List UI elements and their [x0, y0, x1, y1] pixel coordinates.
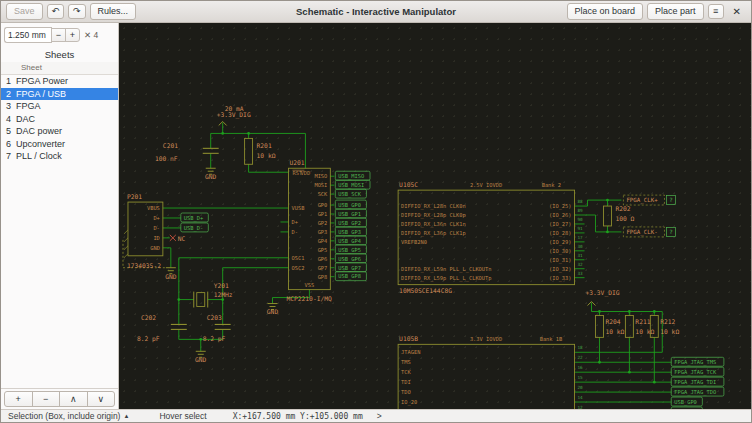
pin-name-text[interactable]: GP1 [318, 211, 328, 217]
pin-number-text[interactable]: 31 [578, 253, 584, 258]
sheet-row[interactable]: 1FPGA Power [1, 75, 118, 88]
pin-number-text[interactable]: 14 [578, 395, 584, 400]
pin-number-text[interactable]: 16 [578, 365, 584, 370]
place-part-button[interactable]: Place part [647, 3, 704, 20]
pin-name-text[interactable]: D+ [153, 215, 159, 221]
pin-number-text[interactable]: 15 [578, 375, 584, 380]
pin-number-text[interactable]: 89 [578, 208, 584, 213]
component-text[interactable]: 12MHz [214, 291, 233, 298]
pin-name-text[interactable]: DIFFIO_RX_L59p PLL_L_CLKOUTp [401, 275, 491, 282]
grid-spacing-decrease-button[interactable]: − [51, 28, 66, 42]
pin-name-text[interactable]: GP4 [318, 238, 328, 244]
pin-number-text[interactable]: 91 [578, 226, 584, 231]
sheet-row[interactable]: 3FPGA [1, 100, 118, 113]
pin-name-text[interactable]: TCK [401, 369, 411, 375]
component-text[interactable]: 8.2 pF [137, 335, 160, 343]
pin-name-text[interactable]: GP8 [318, 274, 328, 280]
pin-name-text[interactable]: D- [291, 229, 297, 235]
pin-name-text[interactable]: VUSB [291, 205, 304, 211]
pin-name-text[interactable]: (IO_31) [549, 257, 572, 264]
resistor-body[interactable] [625, 315, 633, 337]
schematic-canvas[interactable]: USB_MISOUSB_MOSIUSB_SCKUSB_GP0USB_GP1USB… [119, 23, 751, 409]
pin-name-text[interactable]: DIFFIO_RX_L28p CLK0p [401, 212, 466, 219]
pin-name-text[interactable]: GP7 [318, 265, 328, 271]
menu-button[interactable]: ≡ [708, 4, 724, 19]
pin-name-text[interactable]: IO_20 [401, 399, 417, 406]
grid-spacing-increase-button[interactable]: + [65, 28, 80, 42]
component-text[interactable]: R202 [615, 205, 630, 212]
pin-name-text[interactable]: (IO_27) [549, 221, 572, 228]
component-text[interactable]: GND [267, 308, 279, 315]
wire[interactable] [163, 248, 171, 268]
pin-number-text[interactable]: 30 [578, 244, 584, 249]
component-text[interactable]: U105B [399, 335, 418, 342]
pin-name-text[interactable]: (IO_29) [549, 239, 572, 246]
save-button[interactable]: Save [6, 3, 43, 20]
component-text[interactable]: GND [205, 173, 217, 180]
pin-name-text[interactable]: MOSI [314, 182, 327, 188]
pin-number-text[interactable]: 88 [578, 199, 584, 204]
component-text[interactable]: NC [178, 235, 186, 242]
pin-name-text[interactable]: GP3 [318, 229, 328, 235]
wire[interactable] [249, 164, 289, 172]
move-sheet-down-button[interactable]: ∨ [87, 391, 116, 407]
component-text[interactable]: C201 [163, 142, 178, 149]
pin-name-text[interactable]: 2.5V IOVDD [470, 182, 502, 188]
pin-name-text[interactable]: DIFFIO_RX_L36p CLK1p [401, 230, 466, 237]
component-text[interactable]: C203 [207, 314, 222, 321]
component-text[interactable]: +3.3V_DIG [217, 112, 251, 120]
pin-number-text[interactable]: 22 [578, 355, 584, 360]
pin-name-text[interactable]: ID [153, 235, 159, 241]
component-text[interactable]: 10M50SCE144C8G [399, 287, 452, 294]
pin-name-text[interactable]: VBUS [147, 205, 160, 211]
pin-name-text[interactable]: D- [153, 225, 159, 231]
move-sheet-up-button[interactable]: ∧ [59, 391, 88, 407]
pin-name-text[interactable]: TMS [401, 359, 411, 365]
pin-name-text[interactable]: (IO_26) [549, 212, 572, 219]
pin-name-text[interactable]: VREFB2N0 [401, 239, 427, 245]
component-text[interactable]: 10 kΩ [605, 328, 624, 335]
undo-button[interactable]: ↶ [47, 4, 65, 19]
component-text[interactable]: 1734035-2 [127, 262, 161, 269]
pin-name-text[interactable]: D+ [291, 219, 297, 225]
pin-name-text[interactable]: GP6 [318, 256, 328, 262]
symbol-outline-u105b[interactable] [398, 344, 574, 409]
pin-number-text[interactable]: 32 [578, 262, 584, 267]
pin-number-text[interactable]: 33 [578, 271, 584, 276]
pin-name-text[interactable]: OSC1 [291, 255, 304, 261]
remove-sheet-button[interactable]: − [32, 391, 61, 407]
pin-name-text[interactable]: DIFFIO_RX_L36n CLK1n [401, 221, 466, 228]
pin-name-text[interactable]: (IO_25) [549, 203, 572, 210]
pin-name-text[interactable]: GP0 [318, 202, 328, 208]
component-text[interactable]: GND [165, 273, 177, 280]
component-text[interactable]: U201 [289, 159, 304, 166]
pin-name-text[interactable]: Bank 1B [540, 336, 563, 342]
pin-name-text[interactable]: RST [292, 170, 302, 176]
component-text[interactable]: P201 [127, 193, 142, 200]
pin-name-text[interactable]: 3.3V IOVDD [470, 336, 502, 342]
component-text[interactable]: 10 kΩ [257, 152, 276, 159]
pin-number-text[interactable]: 18 [578, 345, 584, 350]
pin-name-text[interactable]: (IO_30) [549, 248, 572, 255]
pin-name-text[interactable]: DIFFIO_RX_L28n CLK0n [401, 203, 466, 210]
pin-name-text[interactable]: Bank 2 [542, 182, 561, 188]
pin-name-text[interactable]: TDO [401, 389, 411, 395]
component-text[interactable]: 100 Ω [615, 215, 634, 222]
component-text[interactable]: 100 nF [155, 155, 178, 162]
pin-name-text[interactable]: JTAGEN [401, 349, 420, 355]
component-text[interactable]: 10 kΩ [660, 328, 679, 335]
pin-name-text[interactable]: DIFFIO_RX_L59n PLL_L_CLKOUTn [401, 266, 491, 273]
component-text[interactable]: 8.2 pF [203, 335, 226, 343]
resistor-body[interactable] [595, 315, 603, 337]
sheet-row[interactable]: 4DAC [1, 113, 118, 126]
sheet-column-header[interactable]: Sheet [1, 62, 118, 75]
pin-number-text[interactable]: 17 [578, 235, 584, 240]
component-text[interactable]: C202 [141, 314, 156, 321]
close-button[interactable]: ✕ [728, 4, 746, 19]
component-text[interactable]: R212 [660, 318, 675, 325]
pin-number-text[interactable]: 20 [578, 385, 584, 390]
component-text[interactable]: MCP2210-I/MQ [286, 295, 332, 302]
sheet-row[interactable]: 5DAC power [1, 125, 118, 138]
place-on-board-button[interactable]: Place on board [567, 3, 644, 20]
resistor-body[interactable] [603, 206, 611, 226]
